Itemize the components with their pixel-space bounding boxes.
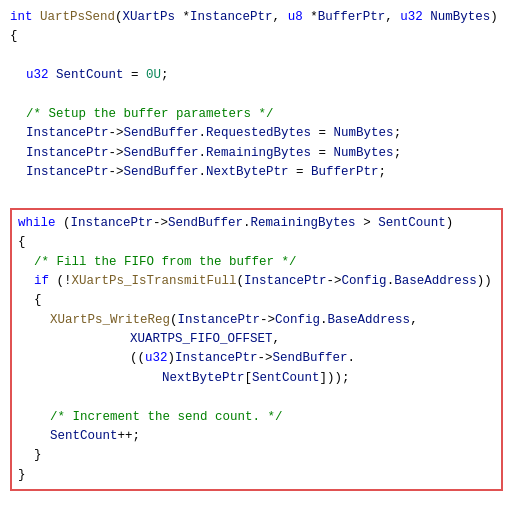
blank-5 [10, 497, 503, 513]
sentcount-inc: SentCount++; [18, 427, 495, 446]
write-reg-line4: NextBytePtr[SentCount])); [18, 369, 495, 388]
if-line: if (!XUartPs_IsTransmitFull(InstancePtr-… [18, 272, 495, 291]
while-header-line: while (InstancePtr->SendBuffer.Remaining… [18, 214, 495, 233]
while-block: while (InstancePtr->SendBuffer.Remaining… [10, 208, 503, 491]
blank-2 [10, 86, 503, 105]
write-reg-line3: ((u32)InstancePtr->SendBuffer. [18, 349, 495, 368]
fn-name: UartPsSend [40, 10, 115, 24]
while-open-brace: { [18, 233, 495, 252]
if-open-brace: { [18, 291, 495, 310]
comment-fill: /* Fill the FIFO from the buffer */ [18, 253, 495, 272]
remaining-bytes-line: InstancePtr->SendBuffer.RemainingBytes =… [10, 144, 503, 163]
blank-3 [10, 182, 503, 201]
write-reg-line2: XUARTPS_FIFO_OFFSET, [18, 330, 495, 349]
u32-decl: u32 SentCount = 0U; [10, 66, 503, 85]
int-keyword: int [10, 10, 33, 24]
if-close-brace: } [18, 446, 495, 465]
blank-1 [10, 47, 503, 66]
write-reg-line1: XUartPs_WriteReg(InstancePtr->Config.Bas… [18, 311, 495, 330]
requested-bytes-line: InstancePtr->SendBuffer.RequestedBytes =… [10, 124, 503, 143]
while-close-brace: } [18, 466, 495, 485]
nextbyteptr-line: InstancePtr->SendBuffer.NextBytePtr = Bu… [10, 163, 503, 182]
open-brace: { [10, 27, 503, 46]
comment-setup: /* Setup the buffer parameters */ [10, 105, 503, 124]
comment-increment: /* Increment the send count. */ [18, 408, 495, 427]
fn-signature-line: int UartPsSend(XUartPs *InstancePtr, u8 … [10, 8, 503, 27]
blank-in-while [18, 388, 495, 407]
code-container: int UartPsSend(XUartPs *InstancePtr, u8 … [0, 0, 513, 513]
